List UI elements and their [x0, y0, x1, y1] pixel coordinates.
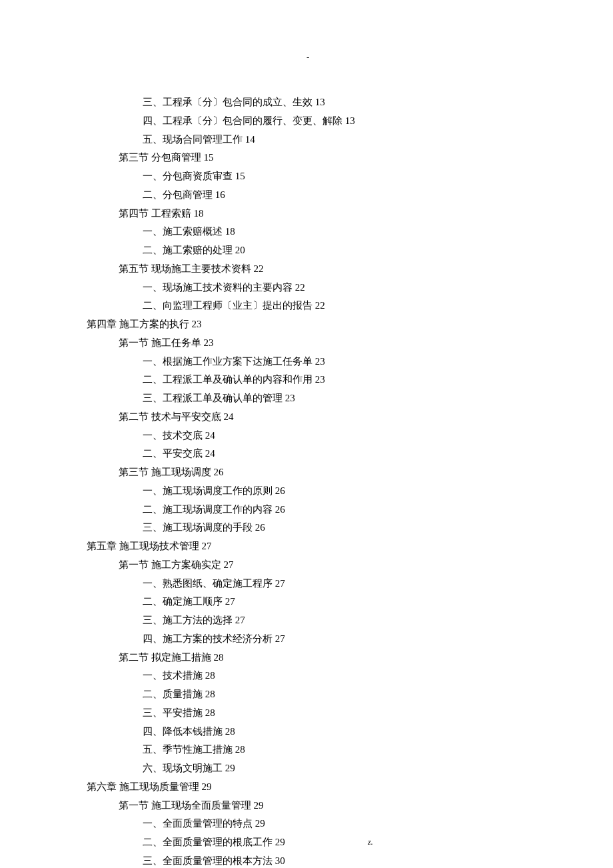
toc-entry-text: 二、施工现场调度工作的内容: [143, 504, 273, 515]
toc-entry: 一、技术措施 28: [87, 667, 526, 685]
toc-entry: 三、施工方法的选择 27: [87, 611, 526, 630]
toc-entry-text: 四、降低本钱措施: [143, 726, 223, 737]
toc-entry-text: 六、现场文明施工: [143, 763, 223, 773]
toc-entry: 五、现场合同管理工作 14: [87, 131, 526, 149]
toc-entry-page: 23: [204, 337, 214, 348]
toc-entry-text: 二、确定施工顺序: [143, 596, 223, 607]
toc-entry-page: 30: [275, 855, 285, 866]
toc-entry: 二、分包商管理 16: [87, 186, 526, 205]
toc-entry-page: 15: [204, 152, 214, 163]
toc-entry-page: 15: [235, 171, 245, 181]
toc-entry: 四、施工方案的技术经济分析 27: [87, 630, 526, 649]
toc-entry: 第二节 拟定施工措施 28: [87, 649, 526, 667]
toc-container: 三、工程承〔分〕包合同的成立、生效 13四、工程承〔分〕包合同的履行、变更、解除…: [0, 0, 613, 868]
toc-entry: 二、施工索赔的处理 20: [87, 241, 526, 260]
toc-entry-page: 28: [235, 744, 245, 755]
toc-entry: 三、平安措施 28: [87, 704, 526, 723]
toc-entry-text: 一、施工现场调度工作的原则: [143, 485, 273, 496]
toc-entry-page: 20: [235, 245, 245, 255]
toc-entry-page: 29: [255, 818, 265, 829]
toc-entry-page: 27: [275, 578, 285, 589]
toc-entry: 三、施工现场调度的手段 26: [87, 519, 526, 537]
toc-entry-text: 第五章 施工现场技术管理: [87, 541, 199, 551]
toc-entry: 一、施工现场调度工作的原则 26: [87, 482, 526, 501]
toc-entry: 一、现场施工技术资料的主要内容 22: [87, 279, 526, 297]
toc-entry-page: 23: [285, 393, 295, 403]
toc-entry: 第四章 施工方案的执行 23: [87, 315, 526, 334]
toc-entry: 二、全面质量管理的根底工作 29: [87, 833, 526, 852]
toc-entry-page: 13: [315, 97, 325, 107]
toc-entry-text: 一、现场施工技术资料的主要内容: [143, 282, 293, 293]
toc-entry-text: 一、根据施工作业方案下达施工任务单: [143, 356, 312, 367]
toc-entry-text: 一、技术措施: [143, 670, 203, 681]
toc-entry-text: 二、工程派工单及确认单的内容和作用: [143, 374, 312, 385]
toc-entry-page: 26: [214, 467, 224, 477]
toc-entry: 第六章 施工现场质量管理 29: [87, 778, 526, 797]
toc-entry-text: 四、施工方案的技术经济分析: [143, 633, 273, 644]
toc-entry-page: 14: [245, 134, 255, 145]
toc-entry-text: 二、分包商管理: [143, 189, 213, 200]
toc-entry-page: 24: [205, 430, 215, 441]
toc-entry-text: 第四节 工程索赔: [119, 208, 191, 219]
toc-entry-text: 第一节 施工方案确实定: [119, 559, 221, 570]
toc-entry: 第五章 施工现场技术管理 27: [87, 537, 526, 556]
toc-entry-page: 27: [275, 633, 285, 644]
toc-entry: 三、全面质量管理的根本方法 30: [87, 852, 526, 868]
footer-dot: .: [255, 837, 257, 847]
toc-entry-text: 第五节 现场施工主要技术资料: [119, 263, 251, 274]
toc-entry-page: 29: [254, 800, 264, 811]
toc-entry: 第五节 现场施工主要技术资料 22: [87, 260, 526, 279]
toc-entry: 第一节 施工方案确实定 27: [87, 556, 526, 575]
toc-entry-text: 第一节 施工任务单: [119, 337, 201, 348]
toc-entry-page: 22: [295, 282, 305, 293]
toc-entry-page: 24: [224, 411, 234, 422]
toc-entry-page: 23: [192, 319, 202, 329]
toc-entry-page: 28: [205, 689, 215, 699]
toc-entry-page: 27: [225, 596, 235, 607]
toc-entry-text: 一、全面质量管理的特点: [143, 818, 253, 829]
toc-entry-text: 三、全面质量管理的根本方法: [143, 855, 273, 866]
toc-entry-page: 29: [225, 763, 235, 773]
toc-entry-page: 29: [202, 781, 212, 792]
toc-entry-page: 27: [202, 541, 212, 551]
toc-entry-text: 五、季节性施工措施: [143, 744, 233, 755]
toc-entry: 二、质量措施 28: [87, 685, 526, 704]
toc-entry-text: 二、施工索赔的处理: [143, 245, 233, 255]
footer-page-marker: z.: [368, 837, 373, 847]
toc-entry-page: 27: [235, 615, 245, 625]
toc-entry-text: 三、平安措施: [143, 707, 203, 718]
toc-entry-page: 26: [275, 485, 285, 496]
toc-entry-text: 一、施工索赔概述: [143, 226, 223, 237]
toc-entry-page: 26: [275, 504, 285, 515]
toc-entry-text: 一、分包商资质审查: [143, 171, 233, 181]
toc-entry-page: 28: [225, 726, 235, 737]
toc-entry-text: 二、平安交底: [143, 448, 203, 459]
toc-entry: 六、现场文明施工 29: [87, 759, 526, 778]
toc-entry: 二、平安交底 24: [87, 445, 526, 463]
toc-entry-text: 三、工程承〔分〕包合同的成立、生效: [143, 97, 312, 107]
toc-entry: 第四节 工程索赔 18: [87, 205, 526, 223]
toc-entry-text: 二、全面质量管理的根底工作: [143, 837, 273, 847]
toc-entry: 第二节 技术与平安交底 24: [87, 408, 526, 427]
toc-entry-text: 二、向监理工程师〔业主〕提出的报告: [143, 300, 312, 311]
toc-entry: 一、全面质量管理的特点 29: [87, 815, 526, 833]
toc-entry-text: 第四章 施工方案的执行: [87, 319, 189, 329]
toc-entry-page: 29: [275, 837, 285, 847]
toc-entry-text: 三、施工方法的选择: [143, 615, 233, 625]
toc-entry: 二、向监理工程师〔业主〕提出的报告 22: [87, 297, 526, 315]
toc-entry-page: 23: [315, 374, 325, 385]
toc-entry-page: 23: [315, 356, 325, 367]
toc-entry: 第一节 施工现场全面质量管理 29: [87, 797, 526, 815]
toc-entry-text: 三、工程派工单及确认单的管理: [143, 393, 283, 403]
toc-entry-text: 一、技术交底: [143, 430, 203, 441]
toc-entry-page: 27: [224, 559, 234, 570]
toc-entry-text: 五、现场合同管理工作: [143, 134, 243, 145]
toc-entry: 一、技术交底 24: [87, 427, 526, 445]
toc-entry-text: 第一节 施工现场全面质量管理: [119, 800, 251, 811]
toc-entry-text: 第六章 施工现场质量管理: [87, 781, 199, 792]
toc-entry: 二、施工现场调度工作的内容 26: [87, 501, 526, 519]
toc-entry-page: 16: [215, 189, 225, 200]
toc-entry: 二、确定施工顺序 27: [87, 593, 526, 611]
header-mark: -: [306, 52, 309, 63]
toc-entry-page: 18: [194, 208, 204, 219]
